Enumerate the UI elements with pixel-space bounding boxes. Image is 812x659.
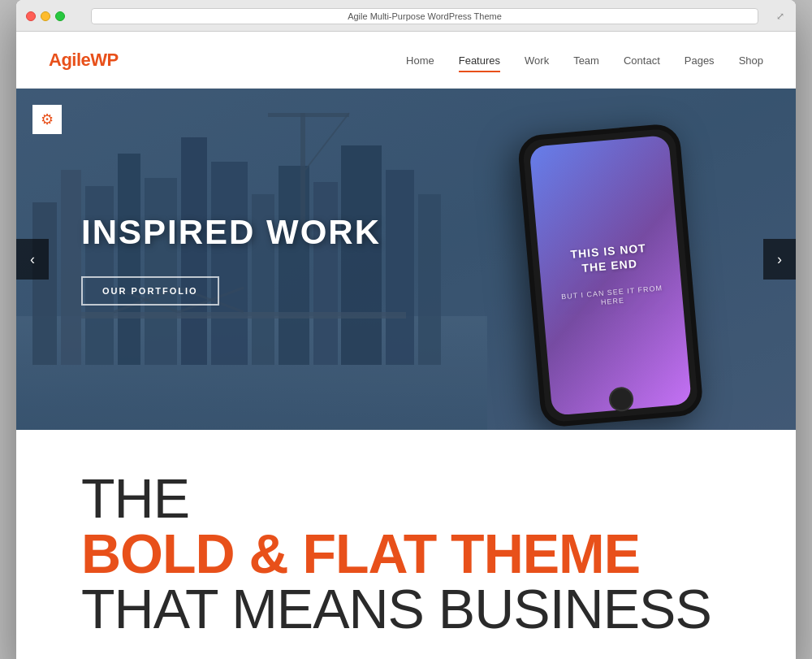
hero-prev-button[interactable]: ‹ bbox=[16, 239, 49, 280]
hero-content: INSPIRED WORK OUR PORTFOLIO bbox=[81, 213, 381, 306]
browser-controls: Agile Multi-Purpose WordPress Theme ⤢ bbox=[26, 8, 786, 24]
nav-item-contact[interactable]: Contact bbox=[624, 53, 660, 67]
logo-text-bold: WP bbox=[90, 50, 118, 70]
phone-device: THIS IS NOT THE END BUT I CAN SEE IT FRO… bbox=[516, 123, 704, 428]
nav-item-features[interactable]: Features bbox=[459, 53, 500, 67]
hero-title: INSPIRED WORK bbox=[81, 213, 381, 252]
nav-item-home[interactable]: Home bbox=[406, 53, 434, 67]
hero-gear-button[interactable]: ⚙ bbox=[32, 105, 62, 134]
gear-icon: ⚙ bbox=[41, 111, 54, 128]
phone-screen: THIS IS NOT THE END BUT I CAN SEE IT FRO… bbox=[529, 135, 692, 416]
browser-window: Agile Multi-Purpose WordPress Theme ⤢ Ag… bbox=[16, 0, 796, 659]
nav-item-work[interactable]: Work bbox=[525, 53, 549, 67]
nav-link-pages[interactable]: Pages bbox=[685, 54, 715, 71]
site-header: AgileWP Home Features Work Team Contact … bbox=[16, 32, 796, 89]
logo[interactable]: AgileWP bbox=[49, 50, 119, 71]
nav-link-features[interactable]: Features bbox=[459, 54, 500, 72]
tagline-line1: THE bbox=[81, 470, 731, 526]
hero-next-button[interactable]: › bbox=[763, 239, 796, 280]
address-bar[interactable]: Agile Multi-Purpose WordPress Theme bbox=[91, 8, 758, 24]
tagline-line2: BOLD & FLAT THEME bbox=[81, 526, 731, 581]
phone-screen-content: THIS IS NOT THE END BUT I CAN SEE IT FRO… bbox=[537, 222, 685, 329]
close-button[interactable] bbox=[26, 11, 36, 21]
nav-link-contact[interactable]: Contact bbox=[624, 54, 660, 71]
nav-item-shop[interactable]: Shop bbox=[739, 53, 763, 67]
nav-link-shop[interactable]: Shop bbox=[739, 54, 763, 71]
nav-item-team[interactable]: Team bbox=[573, 53, 599, 67]
logo-text-light: Agile bbox=[49, 50, 90, 70]
traffic-lights bbox=[26, 11, 65, 21]
phone-text-sub: BUT I CAN SEE IT FROM HERE bbox=[558, 284, 667, 312]
hero-section: ⚙ INSPIRED WORK OUR PORTFOLIO THIS IS NO… bbox=[16, 89, 796, 430]
expand-icon: ⤢ bbox=[775, 11, 786, 22]
tagline-line3: THAT MEANS BUSINESS bbox=[81, 581, 731, 636]
nav-list: Home Features Work Team Contact Pages Sh… bbox=[406, 53, 763, 67]
tagline-section: THE BOLD & FLAT THEME THAT MEANS BUSINES… bbox=[16, 430, 796, 659]
nav-item-pages[interactable]: Pages bbox=[685, 53, 715, 67]
browser-chrome: Agile Multi-Purpose WordPress Theme ⤢ bbox=[16, 0, 796, 32]
nav-link-team[interactable]: Team bbox=[573, 54, 599, 71]
nav-link-work[interactable]: Work bbox=[525, 54, 549, 71]
minimize-button[interactable] bbox=[41, 11, 50, 21]
hero-phone-mockup: THIS IS NOT THE END BUT I CAN SEE IT FRO… bbox=[471, 89, 747, 430]
hero-inner: ⚙ INSPIRED WORK OUR PORTFOLIO THIS IS NO… bbox=[16, 89, 796, 430]
nav-link-home[interactable]: Home bbox=[406, 54, 434, 71]
portfolio-button[interactable]: OUR PORTFOLIO bbox=[81, 276, 219, 306]
main-nav: Home Features Work Team Contact Pages Sh… bbox=[406, 53, 763, 67]
maximize-button[interactable] bbox=[55, 11, 65, 21]
